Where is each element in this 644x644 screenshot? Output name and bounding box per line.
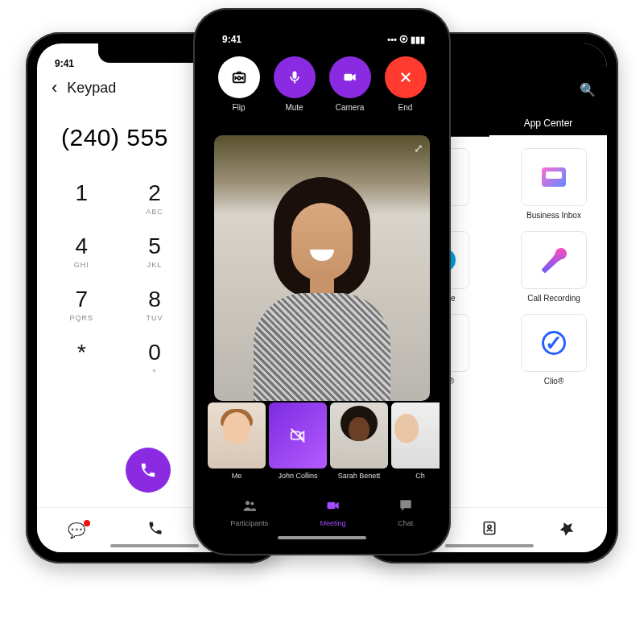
- key-star[interactable]: *: [45, 340, 118, 375]
- call-button[interactable]: [126, 448, 171, 493]
- home-indicator: [110, 544, 199, 547]
- chat-icon: [398, 497, 414, 518]
- contact-tab-icon[interactable]: [481, 520, 497, 540]
- calls-tab-icon[interactable]: [147, 520, 163, 540]
- expand-icon[interactable]: ⤢: [414, 142, 423, 155]
- status-time: 9:41: [219, 34, 242, 45]
- mute-button[interactable]: Mute: [274, 56, 316, 112]
- key-7[interactable]: 7PQRS: [45, 287, 118, 322]
- camera-icon: [342, 69, 358, 85]
- close-icon: [398, 70, 413, 85]
- flip-icon: [230, 68, 248, 86]
- phone-meeting: 9:41 ••• ⦿ ▮▮▮ Flip Mute Camera: [193, 8, 451, 555]
- camera-off-icon: [289, 427, 307, 444]
- flip-button[interactable]: Flip: [218, 56, 260, 112]
- svg-rect-26: [327, 502, 335, 509]
- thumb-more[interactable]: Ch: [391, 402, 440, 480]
- clio-icon: ✓: [542, 331, 566, 355]
- end-button[interactable]: End: [385, 56, 427, 112]
- launch-tab-icon[interactable]: [559, 520, 576, 540]
- back-icon[interactable]: ‹: [52, 77, 57, 98]
- key-8[interactable]: 8TUV: [118, 287, 192, 322]
- keypad-title: Keypad: [67, 80, 116, 97]
- tab-chat[interactable]: Chat: [398, 497, 414, 527]
- status-indicators: ••• ⦿ ▮▮▮: [387, 35, 425, 45]
- phone-icon: [139, 461, 157, 479]
- inbox-icon: [542, 167, 566, 187]
- mic-icon: [287, 69, 303, 85]
- search-icon[interactable]: 🔍: [580, 82, 596, 97]
- key-2[interactable]: 2ABC: [118, 180, 192, 216]
- main-video[interactable]: ⤢: [214, 135, 430, 401]
- status-time: 9:41: [52, 58, 74, 69]
- home-indicator: [445, 544, 534, 547]
- key-4[interactable]: 4GHI: [45, 233, 118, 269]
- mic-icon: 🎤: [540, 247, 568, 274]
- svg-point-25: [250, 502, 254, 506]
- thumb-sarah[interactable]: Sarah Benett: [330, 402, 388, 480]
- participant-video: [250, 159, 394, 401]
- app-call-recording[interactable]: 🎤 Call Recording: [501, 231, 607, 303]
- home-indicator: [278, 536, 366, 539]
- call-controls: Flip Mute Camera End: [204, 56, 440, 112]
- app-business-inbox[interactable]: Business Inbox: [501, 148, 607, 220]
- participant-thumbnails: Me John Collins Sarah Benett Ch: [204, 402, 440, 480]
- tab-app-center[interactable]: App Center: [489, 111, 607, 137]
- svg-point-19: [488, 525, 491, 528]
- meeting-icon: [325, 497, 341, 518]
- svg-rect-21: [292, 72, 296, 79]
- app-clio[interactable]: ✓ Clio®: [501, 314, 607, 386]
- key-5[interactable]: 5JKL: [118, 233, 192, 269]
- camera-button[interactable]: Camera: [329, 56, 371, 112]
- participants-icon: [242, 497, 258, 518]
- thumb-me[interactable]: Me: [208, 402, 266, 480]
- key-0[interactable]: 0+: [118, 340, 192, 375]
- key-1[interactable]: 1: [45, 180, 118, 216]
- thumb-john[interactable]: John Collins: [269, 402, 327, 480]
- tab-participants[interactable]: Participants: [230, 497, 268, 527]
- svg-rect-22: [344, 74, 352, 80]
- svg-point-24: [246, 501, 250, 505]
- notch: [266, 19, 378, 39]
- messages-tab-icon[interactable]: 💬: [68, 522, 85, 539]
- tab-meeting[interactable]: Meeting: [320, 497, 346, 527]
